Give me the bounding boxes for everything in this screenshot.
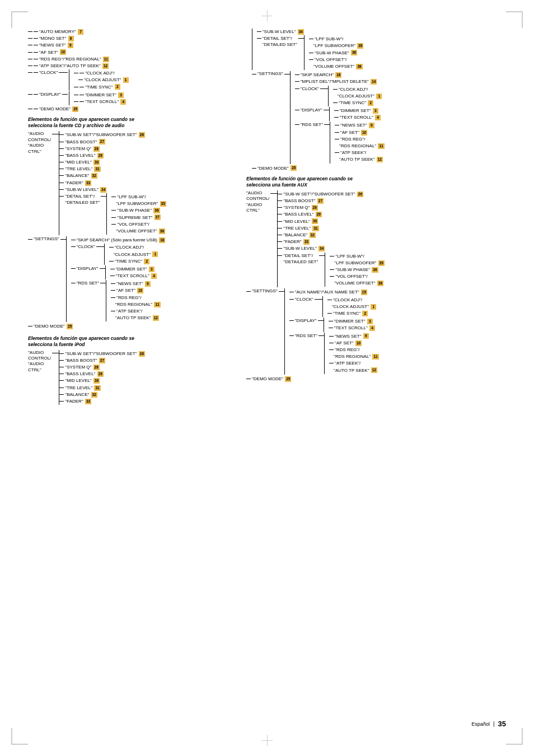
list-item: "LPF SUBWOOFER" 35 [313, 43, 363, 49]
list-item: "CLOCK ADJ"/ [109, 244, 158, 250]
aux-section-heading: Elementos de función que aparecen cuando… [246, 176, 506, 188]
list-item: "MID LEVEL" 30 [59, 377, 145, 384]
list-item: "NEWS SET" 9 [329, 333, 379, 339]
list-item: "SUB-W PHASE" 36 [309, 50, 363, 56]
list-item: "ATP SEEK"/ [329, 360, 379, 366]
list-item: "LPF SUBWOOFER" 35 [334, 260, 384, 266]
list-item: "CLOCK ADJUST" 1 [338, 93, 382, 99]
list-item: "TIME SYNC" 2 [109, 258, 158, 264]
list-item: "TEXT SCROLL" 4 [334, 114, 381, 120]
detail-set-branch: "DETAIL SET"/ "DETAILED SET" "LPF SUB-W"… [59, 193, 166, 235]
list-item: "FADER" 33 [59, 180, 166, 186]
ipod-tree: "AUDIO CONTROL/ "AUDIO CTRL" "SUB-W SET"… [28, 350, 235, 405]
list-item: "AUTO MEMORY" 7 [28, 29, 235, 35]
page-number-area: Español | 35 [471, 720, 506, 728]
list-item: "MPLIST DEL"/"MPLIST DELETE" 14 [295, 78, 385, 85]
rds-branch: "RDS SET" "NEWS SET" 9 "AF SET" 10 [289, 333, 379, 374]
list-item: "AF SET" 10 [335, 129, 385, 136]
demo-mode-item: "DEMO MODE" 25 [28, 323, 235, 329]
list-item: "SUB-W PHASE" 36 [330, 267, 384, 273]
list-item: "RDS REG"/ [329, 347, 379, 353]
list-item: "BALANCE" 32 [59, 172, 166, 179]
top-left-tree: "AUTO MEMORY" 7 "MONO SET" 8 "NEWS SET" … [28, 29, 235, 112]
page-content: "AUTO MEMORY" 7 "MONO SET" 8 "NEWS SET" … [28, 28, 506, 728]
center-mark-top [261, 10, 273, 21]
list-item: "FADER" 33 [59, 398, 145, 404]
list-item: "LPF SUBWOOFER" 35 [116, 200, 166, 207]
list-item: "SUB-W PHASE" 36 [111, 207, 166, 213]
list-item: "VOLUME OFFSET" 38 [334, 280, 384, 286]
list-item: "FADER" 33 [278, 239, 384, 245]
ipod-section-heading: Elementos de función que aparecen cuando… [28, 335, 235, 348]
cd-tree: "AUDIO CONTROL/ "AUDIO CTRL" "SUB-W SET"… [28, 131, 235, 329]
list-item: "DIMMER SET" 3 [329, 318, 375, 324]
list-item: "VOLUME OFFSET" 38 [116, 228, 166, 234]
list-item: "BASS LEVEL" 29 [59, 152, 166, 158]
list-item: "BASS BOOST" 27 [59, 139, 166, 145]
list-item: "AUTO TP SEEK" 12 [334, 367, 379, 374]
list-item: "TRE LEVEL" 31 [59, 385, 145, 391]
list-item: "MID LEVEL" 30 [278, 218, 384, 225]
list-item: "DIMMER SET" 3 [74, 92, 126, 98]
top-right-tree: "SUB-W LEVEL" 34 "DETAIL SET"/ "DETAILED… [246, 29, 506, 171]
list-item: "TEXT SCROLL" 4 [110, 273, 157, 279]
list-item: "SYSTEM Q" 28 [59, 146, 166, 152]
list-item: "TRE LEVEL" 31 [59, 166, 166, 172]
list-item: "CLOCK ADJ"/ [74, 70, 128, 76]
list-item: "TEXT SCROLL" 4 [74, 99, 126, 105]
list-item: "NEWS SET" 9 [335, 122, 385, 128]
list-item: "BASS BOOST" 27 [278, 198, 384, 204]
list-item: "AF SET" 10 [28, 49, 235, 55]
list-item: "TIME SYNC" 2 [74, 84, 128, 90]
list-item: "SUB-W LEVEL" 34 [59, 186, 166, 193]
list-item: "CLOCK ADJUST" 1 [114, 251, 158, 258]
list-item: "NEWS SET" 9 [111, 281, 161, 287]
clock-branch: "CLOCK" "CLOCK ADJ"/ "CLOCK ADJUST" 1 [71, 244, 166, 265]
list-item: "SKIP SEARCH" 18 [295, 72, 385, 78]
list-item: "LPF SUB-W"/ [111, 194, 166, 200]
list-item: "CLOCK ADJ"/ [327, 297, 376, 303]
demo-mode-item: "DEMO MODE" 25 [28, 106, 235, 112]
list-item: "RDS REGIONAL" 11 [334, 353, 379, 360]
list-item: "AUTO TP SEEK" 12 [115, 315, 161, 321]
list-item: "NEWS SET" 9 [28, 42, 235, 48]
list-item: "MONO SET" 8 [28, 35, 235, 41]
list-item: "CLOCK ADJ"/ [333, 86, 382, 92]
corner-mark-bl [11, 728, 28, 745]
list-item: "TIME SYNC" 2 [333, 100, 382, 106]
list-item: "RDS REG"/ [335, 136, 385, 142]
list-item: "SKIP SEARCH" (Sólo para fuente USB) 18 [71, 237, 166, 243]
detail-set-branch: "DETAIL SET"/ "DETAILED SET" "LPF SUB-W"… [257, 35, 506, 70]
list-item: "BASS BOOST" 27 [59, 357, 145, 363]
list-item: "LPF SUB-W"/ [309, 36, 363, 42]
center-mark-bottom [261, 735, 273, 746]
language-label: Español [471, 721, 490, 727]
detail-set-branch: "DETAIL SET"/ "DETAILED SET" "LPF SUB-W"… [278, 253, 384, 287]
list-item: "VOLUME OFFSET" 38 [313, 63, 363, 69]
list-item: "VOL OFFSET"/ [111, 221, 166, 227]
main-columns: "AUTO MEMORY" 7 "MONO SET" 8 "NEWS SET" … [28, 28, 506, 410]
list-item: "DIMMER SET" 3 [334, 108, 381, 114]
list-item: "VOL OFFSET"/ [309, 57, 363, 63]
list-item: "BASS LEVEL" 29 [59, 371, 145, 377]
aux-tree: "AUDIO CONTROL/ "AUDIO CTRL" "SUB-W SET"… [246, 190, 506, 382]
corner-mark-tl [11, 11, 28, 28]
list-item: "AUX NAME"/"AUX NAME SET" 15 [289, 289, 379, 295]
right-column: "SUB-W LEVEL" 34 "DETAIL SET"/ "DETAILED… [246, 28, 506, 410]
list-item: "CLOCK ADJUST" 1 [78, 77, 128, 83]
list-item: "SUB-W SET"/"SUBWOOFER SET" 26 [59, 132, 166, 138]
cd-section-heading: Elementos de función que aparecen cuando… [28, 116, 235, 129]
rds-branch: "RDS SET" "NEWS SET" 9 "AF SET" 10 [295, 122, 385, 163]
list-item: "TIME SYNC" 2 [327, 310, 376, 316]
display-branch: "DISPLAY" "DIMMER SET" 3 "TEXT SCROLL" 4 [289, 318, 379, 332]
list-item: "DIMMER SET" 3 [110, 266, 157, 272]
list-item: "RDS REG"/ [111, 295, 161, 301]
left-column: "AUTO MEMORY" 7 "MONO SET" 8 "NEWS SET" … [28, 28, 235, 410]
clock-branch: "CLOCK" "CLOCK ADJ"/ "CLOCK ADJUST" 1 [289, 296, 379, 318]
list-item: "SYSTEM Q" 28 [59, 364, 145, 370]
clock-branch: "CLOCK" "CLOCK ADJ"/ "CLOCK ADJUST" 1 [295, 86, 385, 107]
list-item: "MID LEVEL" 30 [59, 159, 166, 165]
list-item: "RDS REG"/"RDS REGIONAL" 11 [28, 56, 235, 62]
display-branch: "DISPLAY" "DIMMER SET" 3 "TEXT SCROLL" 4 [295, 107, 385, 121]
list-item: "BASS LEVEL" 29 [278, 211, 384, 217]
